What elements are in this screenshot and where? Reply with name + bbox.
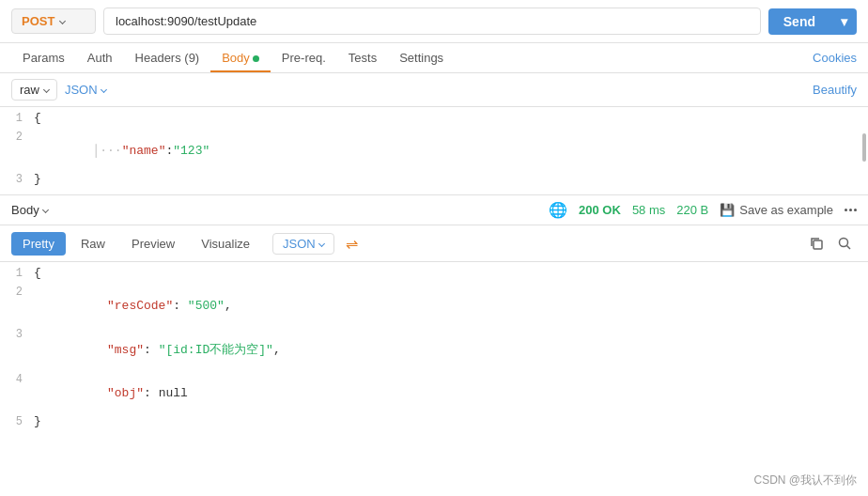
- wrap-button[interactable]: ⇌: [346, 235, 358, 253]
- response-status: 200 OK: [579, 203, 621, 217]
- search-icon: [837, 236, 852, 251]
- body-label-chevron-icon: [42, 207, 49, 213]
- resp-tab-raw[interactable]: Raw: [70, 232, 116, 256]
- send-button-label: Send: [768, 14, 830, 29]
- response-header: Body 🌐 200 OK 58 ms 220 B 💾 Save as exam…: [0, 195, 868, 225]
- response-time: 58 ms: [632, 203, 665, 217]
- resp-format-label: JSON: [283, 237, 316, 251]
- resp-line-num-3: 3: [0, 327, 34, 341]
- resp-key-obj: "obj": [107, 386, 144, 400]
- request-tabs-row: Params Auth Headers (9) Body Pre-req. Te…: [0, 43, 868, 73]
- copy-icon: [809, 236, 824, 251]
- req-line-content-3: }: [34, 172, 868, 186]
- watermark: CSDN @我认不到你: [753, 473, 857, 488]
- dot2: [849, 209, 852, 211]
- request-code-lines: 1 { 2 │···"name":"123" 3 }: [0, 107, 868, 194]
- response-format-selector[interactable]: JSON: [272, 233, 334, 255]
- svg-line-2: [847, 246, 851, 250]
- json-selector[interactable]: JSON: [65, 83, 106, 97]
- raw-label: raw: [20, 83, 39, 97]
- raw-chevron-icon: [43, 86, 50, 93]
- req-line-content-2: │···"name":"123": [34, 130, 868, 172]
- resp-line-4: 4 "obj": null: [0, 372, 868, 414]
- body-active-dot: [253, 55, 259, 62]
- cookies-link[interactable]: Cookies: [813, 51, 857, 65]
- more-options-button[interactable]: [845, 209, 857, 211]
- url-input[interactable]: [103, 8, 761, 35]
- svg-rect-0: [814, 240, 822, 249]
- req-line-num-1: 1: [0, 111, 34, 125]
- resp-line-5: 5 }: [0, 414, 868, 433]
- search-response-button[interactable]: [832, 231, 857, 256]
- svg-point-1: [840, 239, 848, 247]
- resp-line-content-3: "msg": "[id:ID不能为空]",: [34, 327, 868, 372]
- resp-line-content-4: "obj": null: [34, 372, 868, 414]
- send-chevron-icon[interactable]: ▾: [831, 14, 857, 29]
- body-text: Body: [11, 203, 39, 217]
- resp-tab-pretty[interactable]: Pretty: [11, 232, 66, 256]
- response-size: 220 B: [676, 203, 708, 217]
- resp-line-num-4: 4: [0, 372, 34, 386]
- save-example-label: Save as example: [739, 203, 833, 217]
- resp-key-rescode: "resCode": [107, 299, 173, 313]
- req-key: "name": [122, 144, 166, 158]
- editor-scrollbar[interactable]: [862, 133, 866, 162]
- save-icon: 💾: [720, 203, 735, 217]
- copy-response-button[interactable]: [804, 231, 829, 256]
- save-as-example-button[interactable]: 💾 Save as example: [720, 203, 833, 217]
- response-body-label[interactable]: Body: [11, 203, 48, 217]
- resp-tab-preview[interactable]: Preview: [120, 232, 186, 256]
- tab-prereq[interactable]: Pre-req.: [271, 43, 337, 72]
- tab-settings[interactable]: Settings: [388, 43, 455, 72]
- resp-val-obj: null: [159, 386, 188, 400]
- request-body-editor[interactable]: 1 { 2 │···"name":"123" 3 }: [0, 107, 868, 195]
- req-val: "123": [173, 144, 209, 158]
- method-label: POST: [22, 14, 54, 28]
- response-body-code: 1 { 2 "resCode": "500", 3 "msg": "[id:ID…: [0, 262, 868, 437]
- resp-val-msg: "[id:ID不能为空]": [159, 343, 273, 357]
- req-line-num-3: 3: [0, 172, 34, 186]
- send-button[interactable]: Send ▾: [768, 8, 857, 35]
- req-line-1: 1 {: [0, 111, 868, 130]
- resp-brace-close: }: [34, 414, 868, 428]
- globe-icon: 🌐: [549, 201, 567, 219]
- beautify-button[interactable]: Beautify: [813, 83, 857, 97]
- tab-body[interactable]: Body: [210, 43, 271, 72]
- resp-line-3: 3 "msg": "[id:ID不能为空]",: [0, 327, 868, 372]
- resp-line-content-2: "resCode": "500",: [34, 285, 868, 327]
- raw-selector[interactable]: raw: [11, 79, 57, 101]
- resp-tab-visualize[interactable]: Visualize: [190, 232, 261, 256]
- resp-line-1: 1 {: [0, 266, 868, 285]
- resp-val-rescode: "500": [188, 299, 225, 313]
- tab-params[interactable]: Params: [11, 43, 76, 72]
- req-line-3: 3 }: [0, 172, 868, 191]
- resp-line-num-2: 2: [0, 285, 34, 299]
- req-line-content-1: {: [34, 111, 868, 125]
- top-bar: POST Send ▾: [0, 0, 868, 43]
- resp-key-msg: "msg": [107, 343, 144, 357]
- tab-tests[interactable]: Tests: [337, 43, 388, 72]
- json-chevron-icon: [101, 86, 107, 93]
- method-selector[interactable]: POST: [11, 8, 96, 34]
- json-label: JSON: [65, 83, 98, 97]
- dot1: [845, 209, 847, 211]
- resp-line-2: 2 "resCode": "500",: [0, 285, 868, 327]
- resp-format-chevron-icon: [318, 240, 325, 246]
- resp-line-num-5: 5: [0, 414, 34, 428]
- response-tabs-row: Pretty Raw Preview Visualize JSON ⇌: [0, 225, 868, 262]
- method-chevron-icon: [59, 18, 66, 24]
- response-meta: 🌐 200 OK 58 ms 220 B 💾 Save as example: [549, 201, 857, 219]
- req-line-2: 2 │···"name":"123": [0, 130, 868, 172]
- dot3: [854, 209, 857, 211]
- body-controls-row: raw JSON Beautify: [0, 73, 868, 107]
- resp-brace-open: {: [34, 266, 868, 280]
- tab-auth[interactable]: Auth: [76, 43, 124, 72]
- resp-line-num-1: 1: [0, 266, 34, 280]
- tab-headers[interactable]: Headers (9): [124, 43, 211, 72]
- req-line-num-2: 2: [0, 130, 34, 144]
